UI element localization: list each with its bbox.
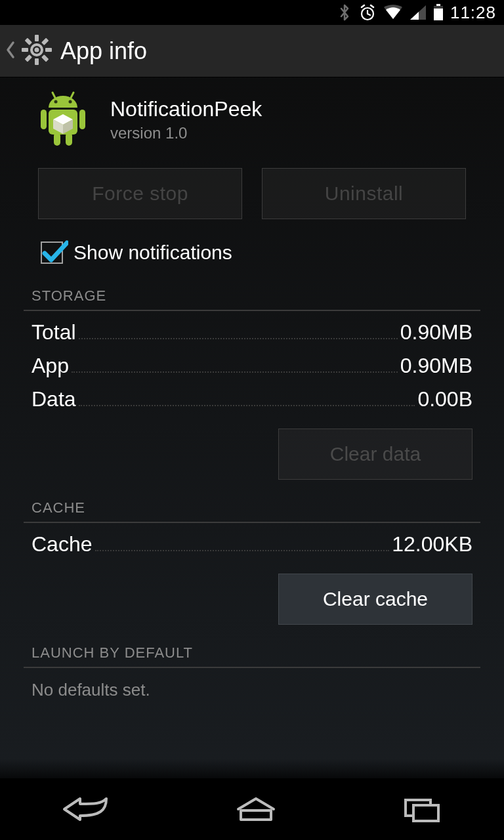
force-stop-button[interactable]: Force stop <box>38 168 242 219</box>
status-bar: 11:28 <box>0 0 504 25</box>
svg-rect-10 <box>25 54 32 62</box>
svg-rect-29 <box>413 805 438 821</box>
show-notifications-label: Show notifications <box>74 242 232 264</box>
storage-app-row: App 0.90MB <box>0 345 504 378</box>
svg-rect-7 <box>22 48 28 52</box>
status-time: 11:28 <box>450 3 496 23</box>
settings-gear-icon[interactable] <box>20 33 54 70</box>
clear-cache-button[interactable]: Clear cache <box>278 574 472 625</box>
svg-rect-3 <box>434 6 443 9</box>
page-title: App info <box>60 37 147 65</box>
nav-home-icon[interactable] <box>233 795 279 824</box>
storage-data-value: 0.00B <box>417 387 472 411</box>
battery-icon <box>433 4 444 21</box>
cache-label: Cache <box>32 532 93 556</box>
wifi-icon <box>383 5 403 20</box>
storage-total-value: 0.90MB <box>400 320 472 345</box>
action-bar[interactable]: App info <box>0 25 504 77</box>
cache-header: CACHE <box>0 499 504 522</box>
no-defaults-text: No defaults set. <box>0 668 504 707</box>
svg-rect-21 <box>79 110 85 129</box>
storage-app-value: 0.90MB <box>400 354 472 378</box>
storage-app-label: App <box>32 354 69 378</box>
signal-icon <box>410 5 427 20</box>
storage-total-row: Total 0.90MB <box>0 311 504 345</box>
storage-data-label: Data <box>32 387 76 411</box>
svg-rect-27 <box>241 810 271 820</box>
nav-back-icon[interactable] <box>60 795 112 824</box>
bluetooth-icon <box>337 3 352 22</box>
cache-value: 12.00KB <box>392 532 472 556</box>
svg-rect-20 <box>41 110 47 129</box>
svg-line-17 <box>52 93 55 98</box>
svg-rect-5 <box>35 35 39 41</box>
svg-rect-1 <box>436 4 440 6</box>
svg-rect-6 <box>35 58 39 65</box>
launch-by-default-header: LAUNCH BY DEFAULT <box>0 644 504 667</box>
nav-recents-icon[interactable] <box>400 795 444 824</box>
svg-point-14 <box>35 47 39 52</box>
svg-rect-8 <box>45 48 52 52</box>
storage-data-row: Data 0.00B <box>0 378 504 411</box>
svg-line-18 <box>71 93 74 98</box>
svg-rect-11 <box>25 37 32 45</box>
clear-data-button[interactable]: Clear data <box>278 429 472 480</box>
app-version: version 1.0 <box>110 124 262 142</box>
svg-rect-9 <box>41 37 49 45</box>
storage-total-label: Total <box>32 320 76 345</box>
svg-point-16 <box>69 100 72 104</box>
checkbox-icon[interactable] <box>41 242 63 264</box>
alarm-icon <box>358 3 377 22</box>
svg-rect-12 <box>41 54 49 62</box>
cache-row: Cache 12.00KB <box>0 523 504 556</box>
show-notifications-row[interactable]: Show notifications <box>0 231 504 287</box>
app-header: NotificationPeek version 1.0 <box>0 77 504 161</box>
navigation-bar <box>0 778 504 840</box>
svg-rect-23 <box>66 133 72 146</box>
back-icon[interactable] <box>5 41 17 62</box>
uninstall-button[interactable]: Uninstall <box>262 168 466 219</box>
app-icon <box>33 89 93 150</box>
content-scroll[interactable]: NotificationPeek version 1.0 Force stop … <box>0 77 504 707</box>
storage-header: STORAGE <box>0 287 504 310</box>
app-name: NotificationPeek <box>110 97 262 121</box>
svg-rect-22 <box>54 133 60 146</box>
svg-point-15 <box>54 100 58 104</box>
